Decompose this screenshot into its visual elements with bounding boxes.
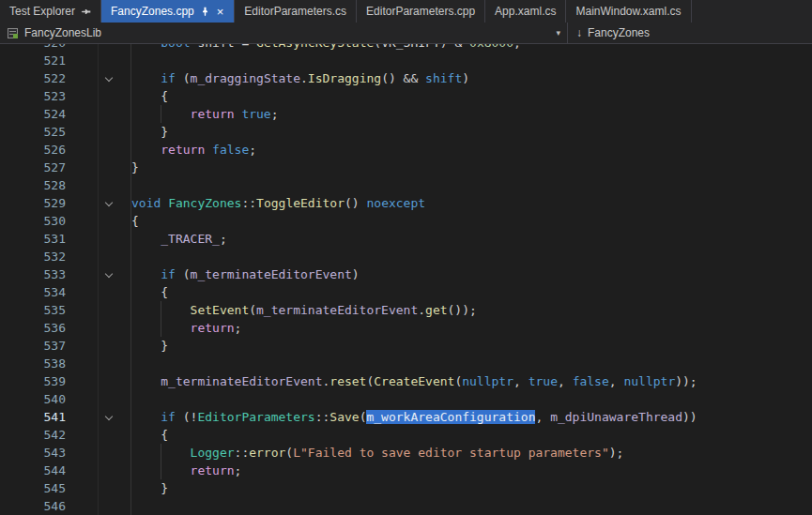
- code-line[interactable]: 545}: [0, 479, 812, 497]
- indent-space: [131, 123, 161, 141]
- member-dropdown-label: FancyZones: [588, 26, 650, 39]
- code-line[interactable]: 521: [0, 52, 812, 69]
- code-line[interactable]: 533if (m_terminateEditorEvent): [0, 265, 812, 283]
- token: void: [131, 196, 161, 210]
- tab-App.xaml.cs[interactable]: App.xaml.cs: [485, 0, 566, 23]
- tab-EditorParameters.cs[interactable]: EditorParameters.cs: [235, 0, 357, 23]
- code-text: return false;: [131, 141, 812, 159]
- fold-margin: [73, 372, 131, 390]
- fold-margin: [73, 497, 131, 515]
- fold-margin: [73, 319, 131, 337]
- line-number: 520: [0, 44, 73, 52]
- indent-space: [131, 141, 161, 159]
- code-line[interactable]: 526return false;: [0, 141, 812, 159]
- member-dropdown[interactable]: ↓ FancyZones: [568, 23, 812, 43]
- code-line[interactable]: 535SetEvent(m_terminateEditorEvent.get()…: [0, 301, 812, 319]
- fold-margin: [73, 105, 131, 123]
- indent-space: [131, 69, 161, 87]
- fold-collapse-icon[interactable]: [105, 74, 113, 82]
- fold-margin: [73, 265, 131, 283]
- code-line[interactable]: 523{: [0, 87, 812, 105]
- indent-space: [131, 479, 161, 497]
- tab-label: EditorParameters.cpp: [366, 5, 475, 18]
- line-number: 545: [0, 479, 73, 497]
- code-text: return;: [131, 462, 812, 479]
- line-number: 537: [0, 337, 73, 355]
- code-line[interactable]: 540: [0, 390, 812, 408]
- token: ;: [271, 107, 279, 121]
- token: ::: [241, 196, 256, 210]
- token: EditorParameters: [197, 410, 314, 424]
- code-line[interactable]: 539m_terminateEditorEvent.reset(CreateEv…: [0, 372, 812, 390]
- tab-MainWindow.xaml.cs[interactable]: MainWindow.xaml.cs: [566, 0, 691, 23]
- token: false: [212, 143, 249, 157]
- fold-collapse-icon[interactable]: [105, 413, 113, 420]
- line-number: 531: [0, 230, 73, 248]
- line-number: 541: [0, 408, 73, 426]
- fold-margin: [73, 355, 131, 372]
- code-editor[interactable]: 520bool shift = GetAsyncKeyState(VK_SHIF…: [0, 44, 812, 515]
- code-line[interactable]: 541if (!EditorParameters::Save(m_workAre…: [0, 408, 812, 426]
- token: );: [609, 446, 624, 460]
- fold-margin: [73, 248, 131, 265]
- close-icon[interactable]: ×: [216, 6, 225, 18]
- indent-space: [131, 408, 161, 426]
- code-line[interactable]: 520bool shift = GetAsyncKeyState(VK_SHIF…: [0, 44, 812, 52]
- project-dropdown[interactable]: FancyZonesLib ▾: [0, 23, 568, 43]
- line-number: 536: [0, 319, 73, 337]
- code-line[interactable]: 524return true;: [0, 105, 812, 123]
- line-number: 524: [0, 105, 73, 123]
- token: _TRACER_: [161, 232, 220, 246]
- pin-icon[interactable]: [81, 7, 91, 17]
- token: m_dpiUnawareThread: [550, 410, 682, 424]
- token: error: [249, 446, 285, 460]
- tab-label: FancyZones.cpp: [111, 5, 194, 18]
- code-line[interactable]: 530{: [0, 212, 812, 230]
- tab-FancyZones.cpp[interactable]: FancyZones.cpp×: [101, 0, 235, 23]
- line-number: 542: [0, 426, 73, 444]
- token: m_terminateEditorEvent: [161, 374, 322, 388]
- code-line[interactable]: 528: [0, 176, 812, 194]
- token: return: [191, 321, 235, 335]
- fold-margin: [73, 52, 131, 69]
- token: ;: [513, 44, 521, 50]
- code-line[interactable]: 522if (m_draggingState.IsDragging() && s…: [0, 69, 812, 87]
- code-line[interactable]: 546: [0, 497, 812, 515]
- code-line[interactable]: 529void FancyZones::ToggleEditor() noexc…: [0, 194, 812, 212]
- tab-label: EditorParameters.cs: [244, 5, 346, 18]
- token: ,: [558, 374, 573, 388]
- line-number: 525: [0, 123, 73, 141]
- token: return: [191, 107, 235, 121]
- fold-collapse-icon[interactable]: [105, 199, 113, 206]
- code-line[interactable]: 536return;: [0, 319, 812, 337]
- code-text: [131, 390, 812, 408]
- token: shift =: [191, 44, 256, 50]
- code-line[interactable]: 527}: [0, 159, 812, 176]
- code-line[interactable]: 542{: [0, 426, 812, 444]
- tab-EditorParameters.cpp[interactable]: EditorParameters.cpp: [357, 0, 485, 23]
- code-line[interactable]: 537}: [0, 337, 812, 355]
- indent-guide: [161, 319, 190, 337]
- token: false: [573, 374, 609, 388]
- token: GetAsyncKeyState: [256, 44, 374, 50]
- code-line[interactable]: 543Logger::error(L"Failed to save editor…: [0, 444, 812, 462]
- token: (: [176, 71, 191, 85]
- tab-label: App.xaml.cs: [495, 5, 556, 18]
- token: ): [352, 267, 360, 281]
- pin-icon[interactable]: [200, 7, 210, 17]
- line-number: 528: [0, 176, 73, 194]
- code-line[interactable]: 531_TRACER_;: [0, 230, 812, 248]
- token: ::: [315, 410, 330, 424]
- line-number: 529: [0, 194, 73, 212]
- code-line[interactable]: 534{: [0, 283, 812, 301]
- code-line[interactable]: 525}: [0, 123, 812, 141]
- code-line[interactable]: 532: [0, 248, 812, 265]
- code-line[interactable]: 538: [0, 355, 812, 372]
- fold-collapse-icon[interactable]: [105, 270, 113, 278]
- tool-window-tab-test-explorer[interactable]: Test Explorer: [0, 0, 101, 23]
- code-line[interactable]: 544return;: [0, 462, 812, 479]
- fold-margin: [73, 212, 131, 230]
- chevron-down-icon[interactable]: ▾: [556, 28, 560, 38]
- code-text: return;: [131, 319, 812, 337]
- indent-space: [131, 462, 161, 479]
